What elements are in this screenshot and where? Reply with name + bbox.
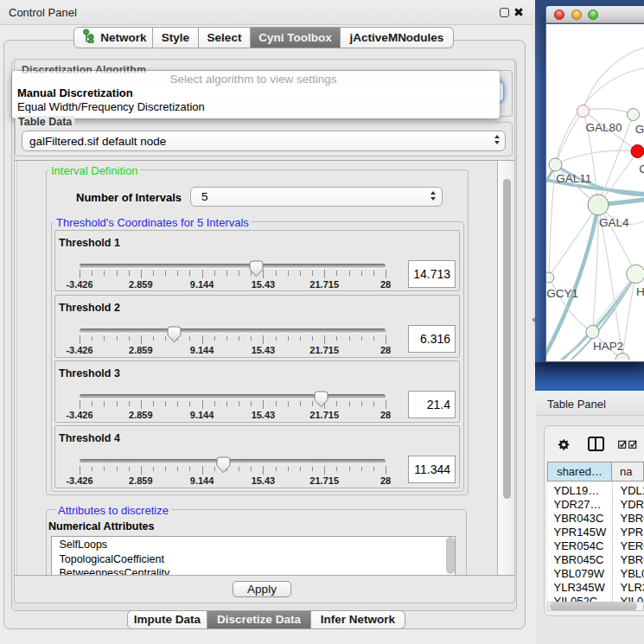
svg-text:GAL11: GAL11 xyxy=(556,172,591,185)
svg-text:GAL4: GAL4 xyxy=(598,216,628,229)
svg-text:CYC: CYC xyxy=(639,163,644,175)
svg-text:HAP2: HAP2 xyxy=(592,340,622,353)
svg-text:GAL80: GAL80 xyxy=(585,121,622,134)
svg-text:GCY1: GCY1 xyxy=(546,287,578,300)
svg-text:HIS: HIS xyxy=(636,285,644,298)
svg-text:GAL: GAL xyxy=(634,123,643,136)
